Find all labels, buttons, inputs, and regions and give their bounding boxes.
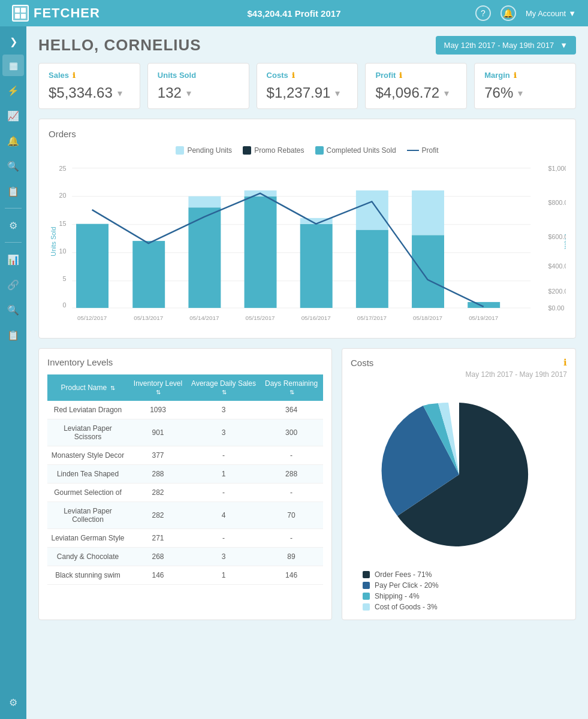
kpi-label: Sales ℹ	[49, 71, 130, 80]
cell-avg-daily: -	[188, 446, 260, 465]
sidebar-item-settings-bottom[interactable]: ⚙	[2, 691, 24, 713]
bar-6-pending	[412, 191, 444, 235]
cell-days-remaining: -	[260, 529, 323, 548]
bar-5-pending	[356, 191, 388, 230]
sidebar-item-documents[interactable]: 📋	[2, 180, 24, 202]
profit-legend-label: Profit	[422, 146, 439, 155]
pie-legend-pay-per-click: Pay Per Click - 20%	[363, 581, 439, 590]
alerts-icon: 🔔	[7, 135, 19, 147]
kpi-chevron-icon[interactable]: ▾	[335, 87, 340, 99]
table-row: Red Leviatan Dragon 1093 3 364	[47, 401, 323, 419]
kpi-chevron-icon[interactable]: ▾	[117, 87, 122, 99]
cell-product-name: Leviatan German Style	[47, 529, 128, 548]
kpi-label: Profit ℹ	[375, 71, 457, 80]
cell-product-name: Linden Tea Shaped	[47, 465, 128, 484]
sort-icon-days: ⇅	[290, 389, 294, 395]
bar-1-completed	[132, 241, 165, 308]
kpi-label: Units Sold	[158, 71, 239, 80]
bell-icon[interactable]: 🔔	[500, 5, 516, 21]
svg-text:05/14/2017: 05/14/2017	[189, 315, 219, 321]
cell-product-name: Red Leviatan Dragon	[47, 401, 128, 419]
bar-0-completed	[76, 224, 108, 308]
table-row: Leviatan Paper Scissors 901 3 300	[47, 419, 323, 446]
bottom-row: Inventory Levels Product Name ⇅ Inventor…	[38, 348, 576, 620]
orders-svg: 25 20 15 10 5 0 Units Sold $1,0	[49, 161, 566, 328]
layout: ❯ ▦ ⚡ 📈 🔔 🔍 📋 ⚙ 📊 🔗 🔍	[0, 26, 588, 719]
reports-icon: 📈	[7, 110, 19, 122]
pie-legend-dot	[363, 571, 370, 578]
sidebar-item-reports[interactable]: 📈	[2, 105, 24, 126]
col-days-remaining[interactable]: Days Remaining ⇅	[260, 374, 323, 401]
svg-text:25: 25	[59, 165, 66, 172]
pending-legend-label: Pending Units	[187, 146, 232, 155]
col-avg-daily-sales[interactable]: Average Daily Sales ⇅	[188, 374, 260, 401]
sidebar-item-settings-mid[interactable]: ⚙	[2, 215, 24, 236]
cell-avg-daily: 3	[188, 401, 260, 419]
sidebar-item-search2[interactable]: 🔍	[2, 299, 24, 321]
sidebar-item-analytics[interactable]: ⚡	[2, 80, 24, 101]
pending-legend-box	[176, 146, 184, 155]
cell-inventory-level: 1093	[128, 401, 188, 419]
sidebar-item-dashboard[interactable]: ▦	[2, 55, 24, 76]
sidebar-item-search[interactable]: 🔍	[2, 155, 24, 177]
cell-avg-daily: -	[188, 529, 260, 548]
completed-legend-label: Completed Units Sold	[327, 146, 396, 155]
kpi-info-icon: ℹ	[292, 71, 295, 80]
table-row: Monastery Style Decor 377 - -	[47, 446, 323, 465]
table-row: Black stunning swim 146 1 146	[47, 566, 323, 585]
cell-product-name: Leviatan Paper Collection	[47, 502, 128, 529]
help-icon[interactable]: ?	[475, 5, 491, 21]
date-range-picker[interactable]: May 12th 2017 - May 19th 2017 ▼	[436, 36, 576, 55]
costs-card: Costs ℹ May 12th 2017 - May 19th 2017	[342, 348, 576, 620]
cell-days-remaining: 288	[260, 465, 323, 484]
kpi-chevron-icon[interactable]: ▾	[518, 87, 523, 99]
chart-area: 25 20 15 10 5 0 Units Sold $1,0	[49, 161, 566, 328]
col-inventory-level[interactable]: Inventory Level ⇅	[128, 374, 188, 401]
header: FETCHER $43,204.41 Profit 2017 ? 🔔 My Ac…	[0, 0, 588, 26]
sort-icon-inventory: ⇅	[156, 389, 161, 395]
bar-7-completed	[468, 302, 500, 308]
chevron-down-icon: ▼	[568, 9, 576, 18]
legend-completed: Completed Units Sold	[315, 146, 396, 155]
kpi-chevron-icon[interactable]: ▾	[444, 87, 449, 99]
sidebar-toggle[interactable]: ❯	[6, 32, 21, 51]
kpi-value: $4,096.72 ▾	[375, 84, 457, 101]
svg-text:Units Sold: Units Sold	[50, 227, 57, 256]
svg-text:05/16/2017: 05/16/2017	[301, 315, 331, 321]
orders-chart-card: Orders Pending Units Promo Rebates Compl…	[38, 119, 576, 339]
pie-legend-text: Shipping - 4%	[375, 592, 420, 600]
table-row: Linden Tea Shaped 288 1 288	[47, 465, 323, 484]
kpi-info-icon: ℹ	[399, 71, 402, 80]
settings-icon: ⚙	[9, 697, 17, 708]
main-content: HELLO, CORNELIUS May 12th 2017 - May 19t…	[26, 26, 588, 719]
pie-chart	[369, 385, 549, 564]
cell-days-remaining: 70	[260, 502, 323, 529]
cell-inventory-level: 377	[128, 446, 188, 465]
cell-inventory-level: 271	[128, 529, 188, 548]
kpi-info-icon: ℹ	[73, 71, 76, 80]
col-product-name[interactable]: Product Name ⇅	[47, 374, 128, 401]
list-icon: 📋	[7, 330, 19, 341]
svg-text:15: 15	[59, 220, 66, 227]
page-title: HELLO, CORNELIUS	[38, 36, 201, 55]
pie-legend-cost-of-goods: Cost of Goods - 3%	[363, 603, 439, 611]
date-chevron-icon: ▼	[560, 41, 568, 50]
svg-text:05/13/2017: 05/13/2017	[134, 315, 163, 321]
sidebar-item-charts[interactable]: 📊	[2, 249, 24, 270]
my-account[interactable]: My Account ▼	[526, 9, 576, 18]
sidebar-item-links[interactable]: 🔗	[2, 274, 24, 295]
svg-text:05/15/2017: 05/15/2017	[246, 315, 275, 321]
sidebar: ❯ ▦ ⚡ 📈 🔔 🔍 📋 ⚙ 📊 🔗 🔍	[0, 26, 26, 719]
kpi-chevron-icon[interactable]: ▾	[186, 87, 191, 99]
links-icon: 🔗	[7, 279, 19, 291]
cell-inventory-level: 146	[128, 566, 188, 585]
charts-icon: 📊	[7, 254, 19, 265]
kpi-value: 76% ▾	[484, 84, 566, 101]
svg-text:$600.00: $600.00	[548, 233, 566, 240]
kpi-card-profit: Profit ℹ $4,096.72 ▾	[365, 63, 467, 109]
sidebar-item-list[interactable]: 📋	[2, 324, 24, 346]
cell-inventory-level: 268	[128, 548, 188, 566]
sidebar-item-alerts[interactable]: 🔔	[2, 130, 24, 152]
sidebar-divider-1	[5, 208, 22, 209]
cell-inventory-level: 901	[128, 419, 188, 446]
